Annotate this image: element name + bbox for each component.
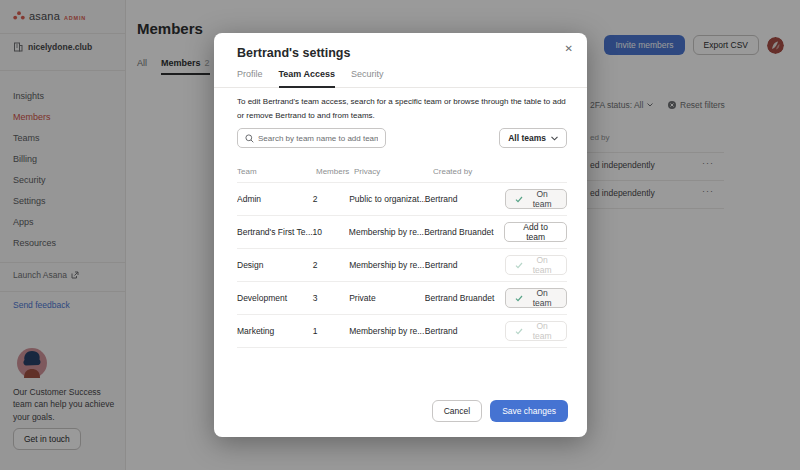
team-name: Marketing [237, 326, 313, 336]
save-changes-button[interactable]: Save changes [490, 400, 568, 422]
on-team-button[interactable]: On team [505, 288, 567, 308]
team-search-input[interactable] [258, 134, 378, 143]
column-team: Team [237, 167, 316, 176]
member-count: 3 [313, 293, 349, 303]
privacy-value: Membership by re... [349, 326, 425, 336]
privacy-value: Private [349, 293, 425, 303]
table-row: Development 3 Private Bertrand Bruandet … [237, 282, 567, 315]
created-by-value: Bertrand Bruandet [425, 293, 505, 303]
table-header-row: Team Members Privacy Created by [237, 161, 567, 183]
add-to-team-button[interactable]: Add to team [504, 222, 567, 242]
tab-profile[interactable]: Profile [237, 69, 263, 87]
check-icon [515, 196, 523, 203]
member-count: 2 [313, 194, 349, 204]
on-team-button[interactable]: On team [505, 189, 567, 209]
team-name: Design [237, 260, 313, 270]
on-team-button-disabled: On team [505, 255, 567, 275]
team-search-box[interactable] [237, 128, 386, 148]
table-row: Design 2 Membership by re... Bertrand On… [237, 249, 567, 282]
team-access-table: Team Members Privacy Created by Admin 2 … [237, 161, 567, 348]
created-by-value: Bertrand [425, 326, 505, 336]
table-row: Bertrand's First Te... 10 Membership by … [237, 216, 567, 249]
member-count: 10 [313, 227, 349, 237]
check-icon [515, 262, 523, 269]
column-privacy: Privacy [354, 167, 433, 176]
user-settings-modal: Bertrand's settings ✕ Profile Team Acces… [214, 33, 587, 437]
modal-description: To edit Bertrand's team access, search f… [237, 95, 573, 122]
table-row: Marketing 1 Membership by re... Bertrand… [237, 315, 567, 348]
created-by-value: Bertrand [425, 194, 505, 204]
modal-footer: Cancel Save changes [432, 400, 568, 422]
chevron-down-icon [551, 136, 558, 141]
close-icon[interactable]: ✕ [565, 43, 573, 54]
privacy-value: Membership by re... [349, 260, 425, 270]
team-name: Bertrand's First Te... [237, 227, 313, 237]
column-created-by: Created by [433, 167, 517, 176]
column-members: Members [316, 167, 354, 176]
on-team-button-disabled: On team [505, 321, 567, 341]
check-icon [515, 328, 523, 335]
modal-controls: All teams [237, 128, 567, 148]
tab-security[interactable]: Security [351, 69, 384, 87]
team-name: Admin [237, 194, 313, 204]
cancel-button[interactable]: Cancel [432, 400, 482, 422]
all-teams-dropdown[interactable]: All teams [499, 128, 567, 148]
created-by-value: Bertrand Bruandet [424, 227, 504, 237]
privacy-value: Membership by re... [349, 227, 424, 237]
table-row: Admin 2 Public to organizat... Bertrand … [237, 183, 567, 216]
team-name: Development [237, 293, 313, 303]
search-icon [245, 134, 254, 143]
tab-team-access[interactable]: Team Access [279, 69, 336, 88]
created-by-value: Bertrand [425, 260, 505, 270]
modal-tabs: Profile Team Access Security [214, 69, 587, 88]
modal-title: Bertrand's settings [237, 46, 350, 60]
privacy-value: Public to organizat... [349, 194, 425, 204]
check-icon [515, 295, 523, 302]
member-count: 2 [313, 260, 349, 270]
member-count: 1 [313, 326, 349, 336]
